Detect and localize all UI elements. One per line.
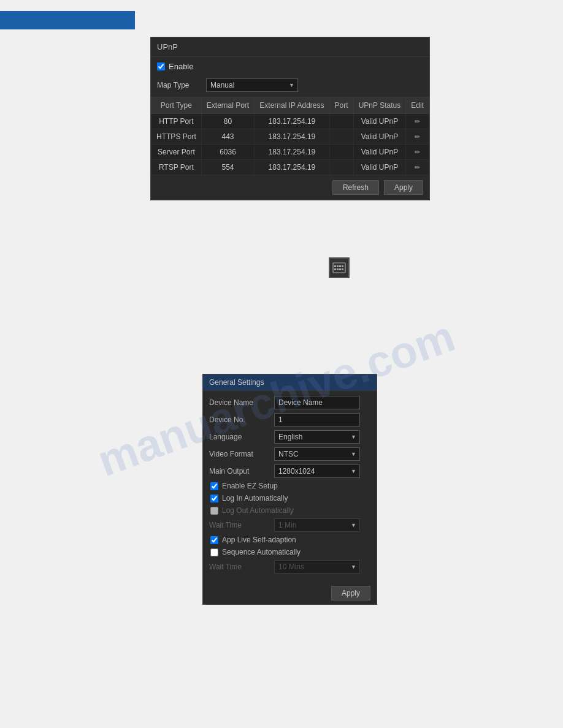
refresh-button[interactable]: Refresh [332, 180, 379, 195]
upnp-enable-checkbox[interactable] [157, 63, 165, 70]
cell-external-ip: 183.17.254.19 [255, 160, 329, 175]
apply-button[interactable]: Apply [384, 180, 423, 195]
cell-external-ip: 183.17.254.19 [255, 145, 329, 160]
device-no-input[interactable] [274, 413, 360, 427]
col-port: Port [329, 97, 353, 114]
language-label: Language [209, 433, 270, 441]
svg-rect-5 [334, 268, 336, 270]
upnp-footer: Refresh Apply [151, 175, 429, 200]
device-name-row: Device Name [209, 396, 370, 409]
main-output-label: Main Output [209, 467, 270, 476]
video-format-row: Video Format NTSC PAL [209, 447, 370, 461]
svg-rect-8 [342, 268, 343, 270]
edit-icon[interactable]: ✏ [415, 164, 420, 172]
device-name-input[interactable] [274, 396, 360, 409]
svg-rect-4 [342, 265, 343, 267]
device-no-label: Device No. [209, 415, 270, 424]
col-port-type: Port Type [151, 97, 202, 114]
cell-port [329, 160, 353, 175]
language-row: Language English [209, 430, 370, 444]
network-icon-container [329, 257, 350, 278]
col-external-port: External Port [201, 97, 254, 114]
login-auto-row: Log In Automatically [209, 494, 370, 502]
cell-external-ip: 183.17.254.19 [255, 114, 329, 129]
device-no-row: Device No. [209, 413, 370, 427]
login-auto-label: Log In Automatically [222, 494, 288, 502]
cell-edit[interactable]: ✏ [406, 160, 429, 175]
svg-rect-7 [339, 268, 341, 270]
cell-port [329, 114, 353, 129]
network-icon-box [329, 257, 350, 278]
table-row: RTSP Port 554 183.17.254.19 Valid UPnP ✏ [151, 160, 429, 175]
edit-icon[interactable]: ✏ [415, 148, 420, 156]
wait-time-select-wrapper: 1 Min 5 Min 10 Min [274, 518, 360, 532]
network-icon [332, 262, 346, 273]
col-edit: Edit [406, 97, 429, 114]
wait-time-select: 1 Min 5 Min 10 Min [274, 518, 360, 532]
wait-time-label: Wait Time [209, 521, 270, 529]
cell-port-type: Server Port [151, 145, 202, 160]
cell-port [329, 129, 353, 145]
sequence-auto-row: Sequence Automatically [209, 548, 370, 556]
cell-port-type: RTSP Port [151, 160, 202, 175]
upnp-table-header-row: Port Type External Port External IP Addr… [151, 97, 429, 114]
main-output-select[interactable]: 1280x1024 1920x1080 [274, 464, 360, 478]
video-format-select[interactable]: NTSC PAL [274, 447, 360, 461]
wait-time2-label: Wait Time [209, 563, 270, 571]
app-live-row: App Live Self-adaption [209, 536, 370, 544]
svg-rect-3 [339, 265, 341, 267]
table-row: HTTP Port 80 183.17.254.19 Valid UPnP ✏ [151, 114, 429, 129]
cell-upnp-status: Valid UPnP [353, 145, 406, 160]
cell-edit[interactable]: ✏ [406, 129, 429, 145]
col-upnp-status: UPnP Status [353, 97, 406, 114]
app-live-checkbox[interactable] [210, 536, 218, 544]
cell-port-type: HTTPS Port [151, 129, 202, 145]
header-bar [0, 11, 135, 29]
logout-auto-row: Log Out Automatically [209, 506, 370, 515]
upnp-maptype-row: Map Type Manual Auto [151, 76, 429, 97]
language-select[interactable]: English [274, 430, 360, 444]
edit-icon[interactable]: ✏ [415, 118, 420, 126]
cell-upnp-status: Valid UPnP [353, 129, 406, 145]
cell-port [329, 145, 353, 160]
cell-external-port: 6036 [201, 145, 254, 160]
sequence-auto-label: Sequence Automatically [222, 548, 301, 556]
upnp-title: UPnP [151, 37, 429, 57]
cell-upnp-status: Valid UPnP [353, 160, 406, 175]
video-format-label: Video Format [209, 450, 270, 458]
device-name-label: Device Name [209, 398, 270, 407]
svg-rect-0 [333, 263, 345, 273]
cell-external-port: 554 [201, 160, 254, 175]
wait-time-row: Wait Time 1 Min 5 Min 10 Min [209, 518, 370, 532]
video-format-select-wrapper: NTSC PAL [274, 447, 360, 461]
wait-time2-select: 10 Mins 5 Mins 1 Min [274, 560, 360, 574]
login-auto-checkbox[interactable] [210, 495, 218, 502]
upnp-table: Port Type External Port External IP Addr… [151, 97, 429, 175]
main-output-select-wrapper: 1280x1024 1920x1080 [274, 464, 360, 478]
cell-port-type: HTTP Port [151, 114, 202, 129]
logout-auto-checkbox [210, 507, 218, 515]
upnp-panel: UPnP Enable Map Type Manual Auto Port Ty… [150, 37, 430, 200]
general-apply-button[interactable]: Apply [331, 586, 370, 601]
upnp-maptype-label: Map Type [157, 81, 200, 89]
logout-auto-label: Log Out Automatically [222, 506, 294, 515]
wait-time2-select-wrapper: 10 Mins 5 Mins 1 Min [274, 560, 360, 574]
upnp-maptype-select[interactable]: Manual Auto [206, 78, 298, 92]
cell-edit[interactable]: ✏ [406, 114, 429, 129]
cell-external-port: 443 [201, 129, 254, 145]
upnp-maptype-select-wrapper: Manual Auto [206, 78, 298, 92]
main-output-row: Main Output 1280x1024 1920x1080 [209, 464, 370, 478]
svg-rect-6 [337, 268, 339, 270]
general-settings-body: Device Name Device No. Language English … [203, 391, 377, 582]
col-external-ip: External IP Address [255, 97, 329, 114]
svg-rect-1 [334, 265, 336, 267]
edit-icon[interactable]: ✏ [415, 133, 420, 141]
table-row: Server Port 6036 183.17.254.19 Valid UPn… [151, 145, 429, 160]
sequence-auto-checkbox[interactable] [210, 548, 218, 556]
cell-edit[interactable]: ✏ [406, 145, 429, 160]
cell-upnp-status: Valid UPnP [353, 114, 406, 129]
ez-setup-row: Enable EZ Setup [209, 482, 370, 490]
wait-time2-row: Wait Time 10 Mins 5 Mins 1 Min [209, 560, 370, 574]
ez-setup-checkbox[interactable] [210, 482, 218, 490]
svg-rect-2 [337, 265, 339, 267]
